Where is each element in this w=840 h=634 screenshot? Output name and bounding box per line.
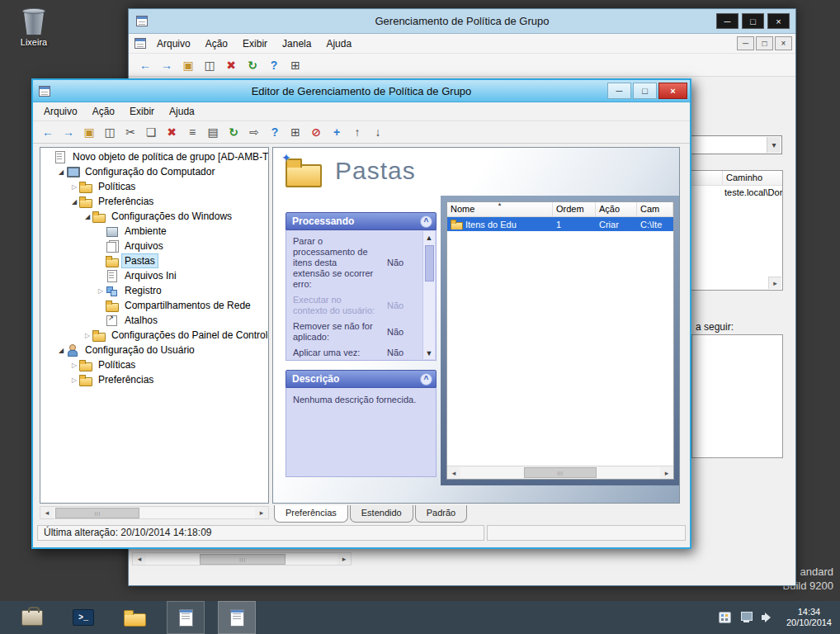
tree-item[interactable]: Configurações do Windows — [40, 209, 268, 224]
view-tab[interactable]: Padrão — [415, 505, 467, 523]
menu-item[interactable]: Exibir — [235, 35, 275, 52]
view-tab[interactable]: Estendido — [350, 505, 413, 523]
menu-item[interactable]: Exibir — [122, 103, 162, 120]
menu-item[interactable]: Ação — [85, 103, 122, 120]
column-ordem[interactable]: Ordem — [553, 202, 596, 216]
tree-item[interactable]: Pastas — [40, 253, 268, 268]
expander-icon[interactable] — [69, 178, 79, 195]
child-restore-button[interactable]: □ — [756, 36, 773, 50]
open-folder-icon[interactable]: ▣ — [79, 123, 99, 141]
tree-item[interactable]: Arquivos — [40, 239, 268, 253]
gpmc-titlebar[interactable]: Gerenciamento de Política de Grupo ─ □ × — [129, 9, 795, 34]
tree-item[interactable]: Preferências — [40, 194, 268, 209]
expander-icon[interactable] — [83, 208, 92, 225]
properties-icon[interactable]: ≡ — [182, 123, 202, 141]
console-tree-icon[interactable]: ⊞ — [286, 56, 305, 74]
expander-icon[interactable] — [56, 163, 66, 180]
scroll-up-icon[interactable]: ▲ — [426, 231, 433, 244]
show-console-tree-icon[interactable]: ◫ — [200, 56, 219, 74]
column-nome[interactable]: Nome ▴ — [447, 202, 553, 216]
refresh-icon[interactable]: ↻ — [243, 56, 262, 74]
gpmc-text-box[interactable] — [691, 334, 783, 458]
file-explorer-button[interactable] — [116, 601, 153, 634]
scroll-left-icon[interactable]: ◂ — [133, 555, 146, 563]
tree-item[interactable]: Compartilhamentos de Rede — [40, 298, 268, 313]
expander-icon[interactable] — [69, 357, 79, 373]
console-tree-icon[interactable]: ⊞ — [286, 123, 305, 141]
forward-icon[interactable]: → — [157, 56, 177, 74]
recycle-bin[interactable]: Lixeira — [7, 5, 61, 47]
scroll-right-icon[interactable]: ▸ — [255, 509, 268, 517]
menu-item[interactable]: Arquivo — [36, 103, 85, 120]
refresh-icon[interactable]: ↻ — [224, 123, 243, 141]
view-tab[interactable]: Preferências — [274, 505, 348, 523]
gpmc-taskbar-button[interactable] — [167, 601, 205, 634]
scroll-right-icon[interactable]: ▸ — [337, 555, 351, 563]
expander-icon[interactable] — [96, 282, 106, 299]
close-button[interactable]: × — [658, 83, 687, 99]
expander-icon[interactable] — [56, 342, 66, 358]
column-caminho[interactable]: Cam — [637, 202, 673, 216]
tree-horizontal-scrollbar[interactable]: ◂ ▸ — [40, 506, 269, 519]
menu-item[interactable]: Ação — [198, 35, 235, 52]
panel-vertical-scrollbar[interactable]: ▲ ▼ — [422, 231, 435, 359]
taskbar-clock[interactable]: 14:34 20/10/2014 — [783, 607, 832, 628]
new-gpo-icon[interactable]: ▣ — [178, 56, 198, 74]
gpmc-list-row[interactable]: teste.local\Don — [690, 186, 782, 199]
menu-item[interactable]: Ajuda — [319, 35, 359, 52]
input-indicator-icon[interactable] — [719, 612, 731, 623]
disable-icon[interactable]: ⊘ — [306, 123, 326, 141]
column-acao[interactable]: Ação — [596, 202, 637, 216]
expander-icon[interactable] — [83, 327, 92, 343]
collapse-chevron-icon[interactable]: ^ — [420, 373, 432, 386]
child-close-button[interactable]: × — [775, 36, 792, 50]
scroll-left-icon[interactable]: ◂ — [447, 469, 460, 477]
scrollbar-thumb[interactable] — [200, 554, 286, 565]
tree-item[interactable]: Configuração do Computador — [40, 164, 268, 179]
tree-item[interactable]: Políticas — [40, 179, 268, 194]
list-row[interactable]: Itens do Edu 1 Criar C:\Ite — [447, 217, 673, 231]
scrollbar-thumb[interactable] — [524, 467, 596, 478]
maximize-button[interactable]: □ — [633, 83, 657, 99]
network-icon[interactable] — [740, 612, 753, 623]
tree-item[interactable]: Arquivos Ini — [40, 268, 268, 283]
scroll-right-icon[interactable]: ▸ — [660, 469, 673, 477]
child-minimize-button[interactable]: ─ — [737, 36, 754, 50]
gpmc-horizontal-scrollbar[interactable]: ◂ ▸ — [132, 552, 352, 565]
move-down-icon[interactable]: ↓ — [368, 123, 388, 141]
scroll-down-icon[interactable]: ▼ — [426, 347, 433, 359]
tree-item[interactable]: Ambiente — [40, 224, 268, 239]
editor-titlebar[interactable]: Editor de Gerenciamento de Política de G… — [33, 80, 690, 102]
back-icon[interactable]: ← — [38, 123, 58, 141]
gpmc-dropdown[interactable]: ▾ — [687, 135, 782, 154]
show-console-tree-icon[interactable]: ◫ — [100, 123, 120, 141]
menu-item[interactable]: Ajuda — [162, 103, 202, 120]
back-icon[interactable]: ← — [135, 56, 155, 74]
help-icon[interactable]: ? — [265, 123, 285, 141]
expander-icon[interactable] — [69, 193, 79, 210]
menu-item[interactable]: Arquivo — [149, 35, 198, 52]
add-icon[interactable]: + — [327, 123, 347, 141]
delete-icon[interactable]: ✖ — [162, 123, 182, 141]
cut-icon[interactable]: ✂ — [120, 123, 140, 141]
column-blank[interactable] — [690, 171, 723, 185]
scrollbar-thumb[interactable] — [425, 245, 434, 282]
minimize-button[interactable]: ─ — [716, 13, 739, 29]
move-up-icon[interactable]: ↑ — [347, 123, 367, 141]
collapse-chevron-icon[interactable]: ^ — [420, 215, 432, 228]
copy-icon[interactable]: ❏ — [141, 123, 161, 141]
help-icon[interactable]: ? — [264, 56, 284, 74]
print-icon[interactable]: ▤ — [203, 123, 223, 141]
tree-item[interactable]: Registro — [40, 283, 268, 298]
tree-item[interactable]: Políticas — [40, 357, 268, 372]
tree-item[interactable]: Configurações do Painel de Controle — [40, 328, 268, 343]
maximize-button[interactable]: □ — [742, 13, 764, 29]
menu-item[interactable]: Janela — [275, 35, 319, 52]
close-button[interactable]: × — [767, 13, 790, 29]
minimize-button[interactable]: ─ — [607, 83, 631, 99]
processing-panel-header[interactable]: Processando ^ — [286, 212, 437, 230]
scroll-right-icon[interactable]: ▸ — [768, 277, 781, 289]
forward-icon[interactable]: → — [59, 123, 78, 141]
volume-icon[interactable] — [762, 612, 774, 623]
delete-icon[interactable]: ✖ — [221, 56, 241, 74]
